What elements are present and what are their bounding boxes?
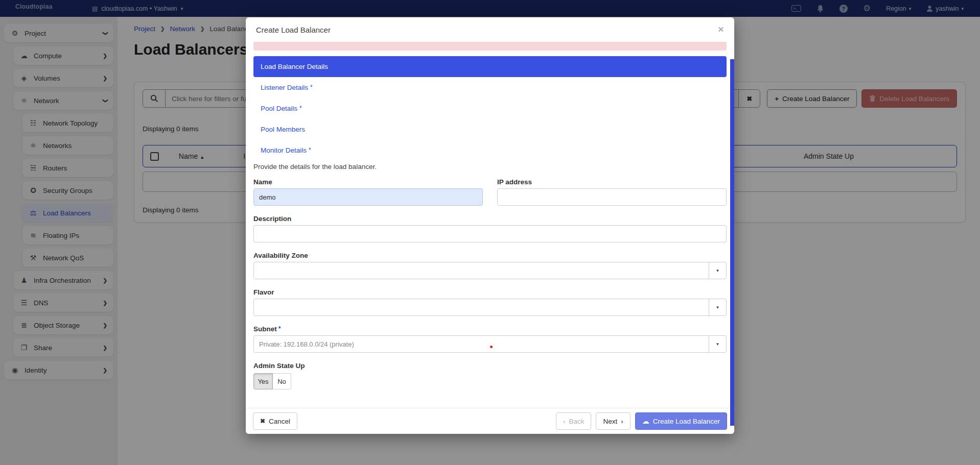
- admin-state-yes-button[interactable]: Yes: [253, 373, 273, 389]
- close-icon: ✖: [260, 418, 265, 425]
- modal-footer: ✖ Cancel ‹ Back Next › ☁ Create Load Bal…: [246, 408, 734, 434]
- description-label: Description: [253, 215, 727, 223]
- next-button[interactable]: Next ›: [596, 412, 630, 430]
- chevron-down-icon: ▼: [709, 299, 726, 315]
- close-icon[interactable]: ✕: [717, 25, 724, 34]
- cancel-button[interactable]: ✖ Cancel: [253, 412, 297, 430]
- admin-state-label: Admin State Up: [253, 362, 727, 370]
- step-pool-members[interactable]: Pool Members: [253, 119, 727, 140]
- back-button[interactable]: ‹ Back: [556, 412, 592, 430]
- name-field[interactable]: [253, 188, 483, 206]
- chevron-down-icon: ▼: [709, 336, 726, 352]
- step-load-balancer-details[interactable]: Load Balancer Details: [253, 56, 727, 77]
- ip-address-label: IP address: [497, 178, 727, 186]
- cloud-upload-icon: ☁: [642, 417, 649, 425]
- submit-create-load-balancer-button[interactable]: ☁ Create Load Balancer: [635, 412, 727, 430]
- create-load-balancer-modal: Create Load Balancer ✕ Load Balancer Det…: [246, 17, 734, 434]
- modal-title: Create Load Balancer: [256, 26, 331, 34]
- step-monitor-details[interactable]: Monitor Details: [253, 140, 727, 161]
- subnet-label: Subnet: [253, 325, 727, 333]
- chevron-left-icon: ‹: [563, 418, 566, 425]
- subnet-placeholder: Private: 192.168.0.0/24 (private): [254, 340, 709, 348]
- name-label: Name: [253, 178, 483, 186]
- ip-address-field[interactable]: [497, 188, 727, 206]
- admin-state-toggle: Yes No: [253, 373, 727, 389]
- step-listener-details[interactable]: Listener Details: [253, 77, 727, 98]
- step-pool-details[interactable]: Pool Details: [253, 98, 727, 119]
- chevron-right-icon: ›: [621, 418, 623, 425]
- step-description: Provide the details for the load balance…: [253, 163, 727, 172]
- validation-alert: [253, 42, 727, 51]
- modal-body: Load Balancer Details Listener Details P…: [246, 42, 734, 389]
- admin-state-no-button[interactable]: No: [273, 373, 291, 389]
- description-field[interactable]: [253, 225, 727, 242]
- modal-header: Create Load Balancer ✕: [246, 17, 734, 42]
- flavor-label: Flavor: [253, 288, 727, 297]
- flavor-select[interactable]: ▼: [253, 299, 727, 316]
- availability-zone-label: Availability Zone: [253, 252, 727, 260]
- required-dot-icon: [490, 346, 493, 348]
- modal-scrollbar[interactable]: [730, 59, 734, 426]
- chevron-down-icon: ▼: [709, 262, 726, 279]
- subnet-select[interactable]: Private: 192.168.0.0/24 (private) ▼: [253, 335, 727, 353]
- availability-zone-select[interactable]: ▼: [253, 262, 727, 279]
